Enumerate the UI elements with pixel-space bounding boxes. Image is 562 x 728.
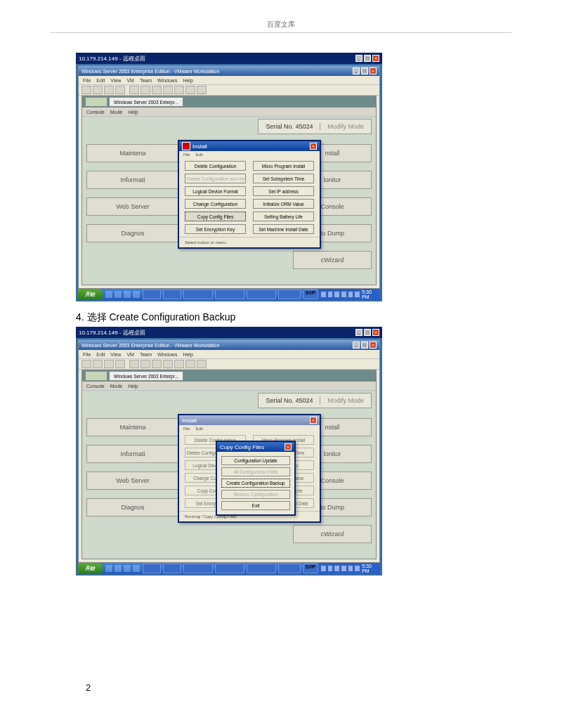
menu-file[interactable]: File — [83, 78, 91, 83]
install-dialog-title: Install — [192, 143, 207, 150]
doc-header: 百度文库 — [0, 0, 562, 30]
menu-view[interactable]: View — [110, 78, 121, 83]
taskbar[interactable]: 开始 SVP 5:30 PM — [78, 289, 380, 300]
copy-dialog-body: Configuration Update All Configuration F… — [217, 452, 294, 514]
vmware-window: Windows Server 2003 Enterprise Edition -… — [78, 65, 380, 289]
copy-dialog-title: Copy Config Files — [220, 444, 264, 450]
btn-logical-device-format[interactable]: Logical Device Format — [185, 186, 246, 196]
install-dialog-close[interactable]: × — [310, 143, 317, 150]
btn-webserver[interactable]: Web Server — [86, 197, 179, 216]
svp-menubar[interactable]: Console Mode Help — [82, 108, 376, 117]
install-dialog-menu[interactable]: File Edit — [179, 151, 320, 158]
svp-menubar[interactable]: Console Mode Help — [82, 382, 376, 391]
vmware-titlebar: Windows Server 2003 Enterprise Edition -… — [79, 66, 379, 76]
vmware-menubar[interactable]: File Edit View VM Team Windows Help — [79, 76, 379, 85]
task-svp-badge[interactable]: SVP — [303, 564, 318, 573]
menu-team[interactable]: Team — [140, 78, 152, 83]
btn-initialize-orm[interactable]: Initialize ORM Value — [253, 199, 314, 209]
serial-bar: Serial No. 45024 Modify Mode — [258, 119, 372, 134]
screenshot-2: 10.179.214.149 - 远程桌面 _□× Windows Server… — [76, 327, 382, 576]
btn-delete-and-install[interactable]: Delete Configuration and Install — [185, 174, 246, 183]
rdp-controls[interactable]: _□× — [355, 55, 379, 62]
btn-delete-config[interactable]: Delete Configuration — [185, 161, 246, 171]
vm-tab[interactable]: Windows Server 2003 Enterpr... — [109, 97, 183, 107]
tray-clock: 5:30 PM — [362, 564, 377, 573]
vmware-titlebar: Windows Server 2003 Enterprise Edition -… — [79, 340, 379, 350]
guest-desktop: Windows Server 2003 Enterpr... Console M… — [81, 96, 377, 285]
rdp-controls[interactable]: _□× — [355, 329, 379, 336]
vmware-window: Windows Server 2003 Enterprise Edition -… — [78, 339, 380, 563]
copy-config-dialog: Copy Config Files × Configuration Update… — [216, 441, 296, 516]
guest-desktop: Windows Server 2003 Enterpr... Console M… — [81, 370, 377, 559]
svp-menu-help[interactable]: Help — [128, 110, 138, 115]
btn-diagnose[interactable]: Diagnos — [86, 498, 179, 516]
vmware-toolbar[interactable] — [79, 359, 379, 370]
vmware-controls[interactable]: _□× — [353, 342, 377, 349]
btn-set-machine-install-date[interactable]: Set Machine Install Date — [253, 224, 314, 234]
task-buttons[interactable]: SVP — [143, 564, 318, 573]
menu-windows[interactable]: Windows — [157, 78, 177, 83]
modify-mode-button[interactable]: Modify Mode — [320, 123, 371, 130]
vmware-menubar[interactable]: File Edit View VM Team Windows Help — [79, 350, 379, 359]
vmware-controls[interactable]: _□× — [353, 67, 377, 74]
btn-setting-battery-life[interactable]: Setting Battery Life — [253, 212, 314, 221]
btn-diagnose[interactable]: Diagnos — [86, 224, 179, 242]
quick-launch[interactable] — [105, 291, 140, 298]
copy-dialog-titlebar: Copy Config Files × — [217, 442, 294, 452]
home-tab-icon[interactable] — [85, 371, 107, 381]
btn-set-ip-address[interactable]: Set IP address — [253, 186, 314, 196]
start-button[interactable]: 开始 — [78, 563, 103, 574]
copy-dialog-close[interactable]: × — [285, 443, 292, 450]
vm-tabstrip[interactable]: Windows Server 2003 Enterpr... — [82, 370, 376, 382]
task-svp-badge[interactable]: SVP — [303, 290, 318, 299]
btn-maintenance[interactable]: Maintena — [86, 144, 179, 162]
system-tray[interactable]: 5:30 PM — [318, 289, 380, 300]
btn-configuration-update[interactable]: Configuration Update — [221, 456, 290, 465]
install-dialog: Install × File Edit Delete Configuration… — [178, 140, 321, 249]
step-4-text: 4. 选择 Create Configuration Backup — [76, 311, 562, 324]
dialog-icon — [182, 142, 190, 150]
svp-menu-mode[interactable]: Mode — [110, 110, 123, 115]
rdp-titlebar: 10.179.214.149 - 远程桌面 _□× — [76, 327, 382, 338]
system-tray[interactable]: 5:30 PM — [318, 563, 380, 574]
vmware-toolbar[interactable] — [79, 85, 379, 96]
task-buttons[interactable]: SVP — [143, 290, 318, 299]
btn-restore-config: Restore Configuration — [221, 490, 290, 499]
btn-information[interactable]: Informati — [86, 171, 179, 189]
home-tab-icon[interactable] — [85, 97, 107, 107]
btn-maintenance[interactable]: Maintena — [86, 418, 179, 436]
btn-microprogram-install[interactable]: Micro Program Install — [253, 161, 314, 171]
quick-launch[interactable] — [105, 565, 140, 572]
btn-create-config-backup[interactable]: Create Configuration Backup — [221, 479, 290, 488]
serial-number: Serial No. 45024 — [259, 123, 320, 130]
menu-vm[interactable]: VM — [126, 78, 134, 83]
svp-workarea: Serial No. 45024 Modify Mode Maintena ns… — [82, 117, 376, 285]
svp-menu-console[interactable]: Console — [86, 110, 105, 115]
install-dialog-titlebar: Install × — [179, 141, 320, 151]
vm-tabstrip[interactable]: Windows Server 2003 Enterpr... — [82, 96, 376, 108]
taskbar[interactable]: 开始 SVP 5:30 PM — [78, 563, 380, 574]
start-button[interactable]: 开始 — [78, 289, 103, 300]
btn-cwizard[interactable]: cWizard — [293, 525, 372, 543]
btn-exit[interactable]: Exit — [221, 501, 290, 510]
serial-bar: Serial No. 45024 Modify Mode — [258, 393, 372, 408]
install-dialog-status: Select button or menu. — [179, 237, 320, 247]
btn-change-config[interactable]: Change Configuration — [185, 199, 246, 209]
vmware-title: Windows Server 2003 Enterprise Edition -… — [81, 69, 219, 74]
btn-set-subsystem-time[interactable]: Set Subsystem Time — [253, 174, 314, 183]
menu-help[interactable]: Help — [183, 78, 192, 83]
btn-cwizard[interactable]: cWizard — [293, 251, 372, 269]
btn-set-encryption-key[interactable]: Set Encryption Key — [185, 224, 246, 234]
tray-clock: 5:30 PM — [362, 290, 377, 299]
rdp-titlebar: 10.179.214.149 - 远程桌面 _□× — [76, 53, 382, 64]
rdp-title: 10.179.214.149 - 远程桌面 — [79, 55, 145, 63]
screenshot-1: 10.179.214.149 - 远程桌面 _□× Windows Server… — [76, 53, 382, 301]
btn-information[interactable]: Informati — [86, 445, 179, 463]
btn-webserver[interactable]: Web Server — [86, 472, 179, 490]
modify-mode-button[interactable]: Modify Mode — [320, 397, 371, 404]
btn-copy-config-files[interactable]: Copy Config Files — [185, 212, 246, 221]
install-dialog-titlebar-inactive: Install × — [179, 415, 320, 425]
menu-edit[interactable]: Edit — [96, 78, 105, 83]
svp-workarea: Serial No. 45024 Modify Mode Maintena ns… — [82, 391, 376, 559]
vm-tab[interactable]: Windows Server 2003 Enterpr... — [109, 371, 183, 381]
